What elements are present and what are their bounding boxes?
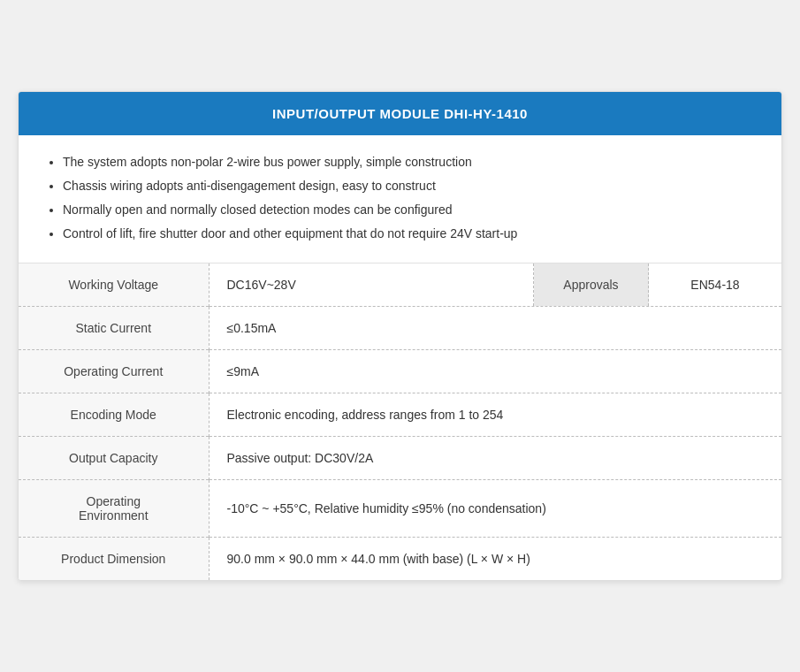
- spec-value: Passive output: DC30V/2A: [209, 437, 781, 480]
- spec-value-cell: DC16V~28VApprovalsEN54-18: [209, 263, 781, 307]
- feature-item: Normally open and normally closed detect…: [63, 199, 755, 221]
- feature-item: The system adopts non-polar 2-wire bus p…: [63, 151, 755, 173]
- spec-value: -10°C ~ +55°C, Relative humidity ≤95% (n…: [209, 480, 781, 538]
- spec-row: Product Dimension90.0 mm × 90.0 mm × 44.…: [19, 538, 781, 581]
- features-section: The system adopts non-polar 2-wire bus p…: [19, 135, 781, 264]
- feature-item: Control of lift, fire shutter door and o…: [63, 223, 755, 245]
- spec-row: Static Current≤0.15mA: [19, 307, 781, 350]
- specs-table: Working VoltageDC16V~28VApprovalsEN54-18…: [19, 263, 781, 580]
- features-list: The system adopts non-polar 2-wire bus p…: [45, 151, 755, 246]
- product-card: INPUT/OUTPUT MODULE DHI-HY-1410 The syst…: [18, 91, 782, 582]
- spec-label: Working Voltage: [19, 263, 209, 307]
- spec-label: Output Capacity: [19, 437, 209, 480]
- approvals-label: Approvals: [534, 263, 649, 306]
- spec-row: Encoding ModeElectronic encoding, addres…: [19, 393, 781, 437]
- spec-label: Static Current: [19, 307, 209, 350]
- feature-item: Chassis wiring adopts anti-disengagement…: [63, 175, 755, 197]
- working-voltage-value: DC16V~28V: [210, 263, 535, 306]
- spec-label: Encoding Mode: [19, 393, 209, 437]
- spec-row: Operating Current≤9mA: [19, 350, 781, 393]
- approvals-value: EN54-18: [649, 263, 781, 306]
- spec-row: Working VoltageDC16V~28VApprovalsEN54-18: [19, 263, 781, 307]
- spec-value: ≤9mA: [209, 350, 781, 393]
- spec-row: Output CapacityPassive output: DC30V/2A: [19, 437, 781, 480]
- spec-label: Operating Environment: [19, 480, 209, 538]
- spec-label: Operating Current: [19, 350, 209, 393]
- product-header: INPUT/OUTPUT MODULE DHI-HY-1410: [19, 92, 781, 135]
- spec-value: Electronic encoding, address ranges from…: [209, 393, 781, 437]
- spec-value: ≤0.15mA: [209, 307, 781, 350]
- spec-label: Product Dimension: [19, 538, 209, 581]
- spec-value: 90.0 mm × 90.0 mm × 44.0 mm (with base) …: [209, 538, 781, 581]
- spec-row: Operating Environment-10°C ~ +55°C, Rela…: [19, 480, 781, 538]
- product-title: INPUT/OUTPUT MODULE DHI-HY-1410: [272, 106, 528, 121]
